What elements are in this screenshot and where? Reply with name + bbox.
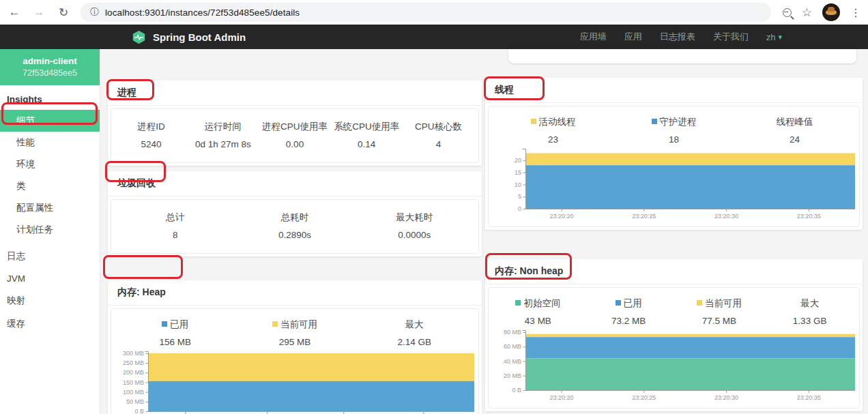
svg-text:0 B: 0 B	[512, 387, 521, 394]
svg-text:5: 5	[518, 193, 521, 200]
legend-swatch-green	[515, 300, 521, 306]
back-icon[interactable]: ←	[7, 5, 22, 19]
svg-text:23:20:20: 23:20:20	[550, 213, 574, 220]
browser-menu-icon[interactable]: ⋮	[850, 6, 861, 19]
sidebar-item-classes[interactable]: 类	[0, 175, 100, 197]
sidebar-item-mappings[interactable]: 映射	[0, 289, 100, 312]
legend-nonheap-available: 当前可用 77.5 MB	[674, 297, 765, 326]
svg-text:23:20:25: 23:20:25	[632, 213, 656, 220]
stat-process-cpu: 进程CPU使用率 0.00	[259, 121, 330, 149]
svg-text:250 MB: 250 MB	[123, 359, 144, 366]
process-panel: 进程 进程ID 5240 运行时间 0d 1h 27m 8s 进程CPU使用率	[108, 80, 482, 166]
legend-swatch-blue	[652, 119, 657, 124]
legend-swatch-yellow	[697, 300, 702, 306]
memory-nonheap-panel: 内存: Non heap 初始空间 43 MB 已用 73.2 MB 当前可用	[485, 259, 863, 411]
chevron-down-icon: ▾	[778, 33, 782, 42]
sidebar: admin-client 72f53d485ee5 Insights 细节 性能…	[0, 49, 100, 414]
svg-text:150 MB: 150 MB	[123, 379, 144, 386]
bookmark-star-icon[interactable]: ☆	[802, 5, 812, 20]
legend-threads-peak: 线程峰值 24	[734, 116, 855, 145]
stat-uptime: 运行时间 0d 1h 27m 8s	[187, 121, 259, 149]
memory-nonheap-panel-title: 内存: Non heap	[485, 259, 863, 284]
threads-chart: 0510152023:20:2023:20:2523:20:3023:20:35	[493, 149, 855, 221]
svg-text:80 MB: 80 MB	[504, 330, 521, 336]
instance-block[interactable]: admin-client 72f53d485ee5	[0, 49, 100, 85]
svg-text:23:20:25: 23:20:25	[632, 394, 656, 401]
process-panel-title: 进程	[108, 80, 482, 106]
legend-threads-live: 活动线程 23	[493, 116, 613, 145]
threads-panel: 线程 活动线程 23 守护进程 18 线程峰值 24	[485, 78, 863, 230]
legend-heap-available: 当前可用 295 MB	[235, 319, 354, 347]
forward-icon[interactable]: →	[31, 5, 46, 19]
stat-pid: 进程ID 5240	[115, 121, 187, 149]
stat-gc-max-time: 最大耗时 0.0000s	[355, 211, 474, 240]
svg-text:20: 20	[515, 157, 521, 164]
svg-text:50 MB: 50 MB	[126, 398, 144, 405]
memory-nonheap-chart: 0 B20 MB40 MB60 MB80 MB23:20:2023:20:252…	[493, 330, 855, 402]
nav-item-wallboard[interactable]: 应用墙	[580, 31, 607, 43]
scrolled-card-remnant	[508, 49, 856, 63]
sidebar-item-environment[interactable]: 环境	[0, 153, 100, 175]
sidebar-section-insights: Insights	[0, 85, 100, 110]
sidebar-item-jvm[interactable]: JVM	[0, 268, 100, 289]
sidebar-item-caches[interactable]: 缓存	[0, 312, 100, 336]
language-label: zh	[766, 32, 776, 42]
svg-text:10: 10	[515, 181, 521, 188]
gc-panel: 垃圾回收 总计 8 总耗时 0.2890s 最大耗时 0.00	[108, 171, 482, 256]
sidebar-item-scheduled-tasks[interactable]: 计划任务	[0, 219, 100, 241]
stat-gc-total-time: 总耗时 0.2890s	[235, 211, 354, 240]
top-nav: 应用墙 应用 日志报表 关于我们 zh ▾	[580, 31, 857, 43]
reload-icon[interactable]: ↻	[56, 5, 71, 20]
svg-text:40 MB: 40 MB	[504, 358, 521, 365]
threads-panel-title: 线程	[485, 78, 863, 103]
legend-nonheap-used: 已用 73.2 MB	[583, 297, 674, 326]
nav-item-applications[interactable]: 应用	[624, 31, 642, 43]
legend-swatch-blue	[616, 300, 621, 306]
legend-swatch-blue	[162, 321, 167, 327]
svg-text:20 MB: 20 MB	[504, 372, 521, 379]
legend-nonheap-max: 最大 1.33 GB	[764, 297, 855, 326]
instance-id: 72f53d485ee5	[3, 68, 97, 78]
browser-profile-avatar[interactable]	[822, 3, 840, 21]
memory-heap-panel: 内存: Heap 已用 156 MB 当前可用 295 MB 最大	[108, 280, 482, 414]
svg-text:15: 15	[515, 169, 521, 176]
legend-nonheap-initial: 初始空间 43 MB	[493, 297, 583, 326]
legend-threads-daemon: 守护进程 18	[613, 116, 734, 145]
legend-heap-max: 最大 2.14 GB	[355, 319, 474, 347]
app-title: Spring Boot Admin	[153, 31, 246, 43]
nav-item-about[interactable]: 关于我们	[713, 31, 749, 43]
gc-panel-title: 垃圾回收	[108, 171, 482, 196]
svg-text:0: 0	[518, 205, 521, 212]
svg-text:60 MB: 60 MB	[504, 343, 521, 350]
svg-text:23:20:35: 23:20:35	[797, 394, 821, 401]
svg-text:300 MB: 300 MB	[123, 351, 144, 357]
memory-heap-panel-title: 内存: Heap	[108, 280, 482, 306]
url-bar[interactable]: ⓘ localhost:9301/instances/72f53d485ee5/…	[81, 3, 771, 22]
legend-swatch-yellow	[272, 321, 278, 327]
sidebar-item-config-props[interactable]: 配置属性	[0, 197, 100, 219]
nav-item-journal[interactable]: 日志报表	[660, 31, 695, 43]
svg-text:23:20:30: 23:20:30	[714, 394, 738, 401]
instance-name: admin-client	[3, 56, 97, 66]
svg-text:0 B: 0 B	[134, 408, 144, 414]
sidebar-item-logs[interactable]: 日志	[0, 245, 100, 268]
stat-gc-count: 总计 8	[115, 211, 235, 240]
svg-text:23:20:30: 23:20:30	[714, 213, 738, 220]
svg-text:200 MB: 200 MB	[123, 369, 144, 376]
zoom-out-icon[interactable]	[783, 8, 792, 17]
svg-text:100 MB: 100 MB	[123, 389, 144, 396]
svg-text:23:20:35: 23:20:35	[797, 213, 821, 220]
sidebar-item-details[interactable]: 细节	[0, 110, 100, 132]
language-selector[interactable]: zh ▾	[766, 32, 782, 42]
legend-swatch-yellow	[531, 119, 536, 124]
svg-text:23:20:20: 23:20:20	[550, 394, 574, 401]
page-info-icon[interactable]: ⓘ	[90, 6, 99, 18]
legend-heap-used: 已用 156 MB	[115, 319, 235, 347]
browser-chrome: ← → ↻ ⓘ localhost:9301/instances/72f53d4…	[0, 0, 868, 25]
sidebar-item-metrics[interactable]: 性能	[0, 132, 100, 153]
url-text: localhost:9301/instances/72f53d485ee5/de…	[105, 8, 300, 18]
stat-system-cpu: 系统CPU使用率 0.14	[331, 121, 403, 149]
spring-boot-admin-logo-icon	[132, 30, 146, 44]
stat-cpu-cores: CPU核心数 4	[403, 121, 474, 149]
memory-heap-chart: 0 B50 MB100 MB150 MB200 MB250 MB300 MB23…	[115, 351, 474, 414]
